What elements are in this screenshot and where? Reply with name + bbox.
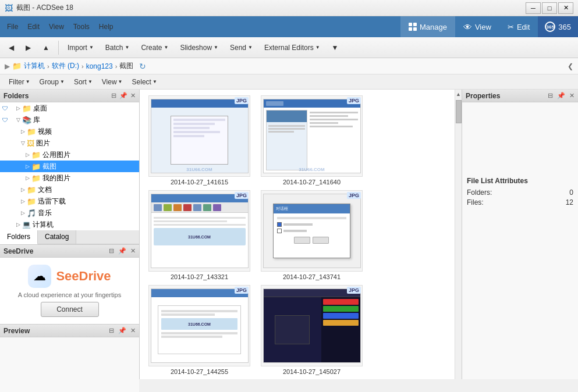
folders-close-icon[interactable]: ✕ xyxy=(130,92,136,99)
slideshow-button[interactable]: Slideshow ▼ xyxy=(175,40,224,55)
scroll-thumb[interactable] xyxy=(456,100,462,123)
batch-button[interactable]: Batch ▼ xyxy=(100,40,135,55)
maximize-button[interactable]: □ xyxy=(542,2,557,14)
folders-header-title: Folders xyxy=(3,92,109,100)
tree-label: 桌面 xyxy=(33,104,47,113)
tree-item-myimages[interactable]: 🛡 ▷ 📁 我的图片 xyxy=(0,172,139,184)
expand-icon[interactable]: ▷ xyxy=(23,163,31,169)
group-button[interactable]: Group ▼ xyxy=(36,76,69,88)
window-title: 截图 - ACDSee 18 xyxy=(16,3,73,13)
import-button[interactable]: Import ▼ xyxy=(62,40,99,55)
tab-catalog[interactable]: Catalog xyxy=(38,230,76,244)
jpg-badge: JPG xyxy=(347,192,361,199)
jpg-badge: JPG xyxy=(235,287,249,294)
breadcrumb-computer[interactable]: 计算机 xyxy=(24,61,45,71)
tree-item-docs[interactable]: 🛡 ▷ 📁 文档 xyxy=(0,184,139,195)
seedrive-title: SeeDrive xyxy=(3,247,107,255)
external-editors-button[interactable]: External Editors ▼ xyxy=(259,40,325,55)
expand-icon[interactable]: ▷ xyxy=(14,222,22,227)
folders-float-icon[interactable]: ⊟ xyxy=(111,92,116,99)
properties-float-icon[interactable]: ⊟ xyxy=(548,92,553,99)
nav-edit-button[interactable]: ✂ Edit xyxy=(499,16,538,37)
preview-close-icon[interactable]: ✕ xyxy=(130,327,136,334)
more-button[interactable]: ▼ xyxy=(327,40,344,55)
expand-icon[interactable]: ▽ xyxy=(19,140,27,146)
tree-item-pictures[interactable]: 🛡 ▽ 🖼 图片 xyxy=(0,137,139,149)
expand-icon[interactable]: ▷ xyxy=(14,105,22,111)
seedrive-pin-icon[interactable]: 📌 xyxy=(118,247,126,255)
select-button[interactable]: Select ▼ xyxy=(128,76,161,88)
thumbnail-item[interactable]: JPG xyxy=(146,190,253,280)
thumbnail-item[interactable]: JPG 对话框 xyxy=(258,190,366,280)
expand-icon[interactable]: ▷ xyxy=(19,129,27,134)
menu-tools[interactable]: Tools xyxy=(69,22,94,32)
thumbnail-image-box[interactable]: JPG xyxy=(148,190,250,272)
properties-pin-icon[interactable]: 📌 xyxy=(557,92,565,99)
folders-pin-icon[interactable]: 📌 xyxy=(119,92,127,99)
menu-view[interactable]: View xyxy=(44,22,69,32)
minimize-button[interactable]: ─ xyxy=(526,2,541,14)
tree-item-library[interactable]: 🛡 ▽ 📚 库 xyxy=(0,114,139,126)
breadcrumb-jietou[interactable]: 截图 xyxy=(119,61,133,71)
breadcrumb-drive[interactable]: 软件 (D:) xyxy=(52,61,79,71)
expand-icon[interactable]: ▷ xyxy=(19,198,27,204)
thumbnail-item[interactable]: JPG xyxy=(258,285,366,375)
menu-file[interactable]: File xyxy=(2,22,23,32)
seedrive-float-icon[interactable]: ⊟ xyxy=(109,247,114,255)
select-arrow-icon: ▼ xyxy=(153,79,157,84)
properties-close-icon[interactable]: ✕ xyxy=(569,92,575,99)
seedrive-close-icon[interactable]: ✕ xyxy=(130,247,136,255)
nav-365-button[interactable]: 365 365 xyxy=(538,16,578,37)
tree-item-public-pics[interactable]: 🛡 ▷ 📁 公用图片 xyxy=(0,149,139,161)
tree-item-computer[interactable]: 🛡 ▷ 💻 计算机 xyxy=(0,219,139,230)
collapse-icon[interactable]: ❮ xyxy=(568,62,573,70)
folders-header-icons: ⊟ 📌 ✕ xyxy=(111,92,136,99)
expand-icon[interactable]: ▷ xyxy=(23,175,31,181)
expand-icon[interactable]: ▷ xyxy=(23,152,31,158)
sort-button[interactable]: Sort ▼ xyxy=(70,76,97,88)
preview-float-icon[interactable]: ⊟ xyxy=(109,327,114,334)
expand-icon[interactable]: ▽ xyxy=(14,117,22,123)
thumbnail-image-box[interactable]: JPG 31U66.COM xyxy=(148,285,250,366)
thumbnail-label: 2014-10-27_145027 xyxy=(283,368,341,375)
thumbnail-item[interactable]: JPG xyxy=(146,95,253,186)
nav-view-button[interactable]: 👁 View xyxy=(455,16,499,37)
send-button[interactable]: Send ▼ xyxy=(225,40,258,55)
nav-forward-button[interactable]: ▶ xyxy=(20,40,36,55)
send-arrow: ▼ xyxy=(248,45,253,50)
tree-item-desktop[interactable]: 🛡 ▷ 📁 桌面 xyxy=(0,102,139,114)
tree-item-thunder[interactable]: 🛡 ▷ 📁 迅雷下载 xyxy=(0,195,139,207)
connect-button[interactable]: Connect xyxy=(41,302,99,317)
expand-icon[interactable]: ▷ xyxy=(19,210,27,216)
view-button[interactable]: View ▼ xyxy=(98,76,127,88)
menu-bar: File Edit View Tools Help xyxy=(2,22,118,32)
create-button[interactable]: Create ▼ xyxy=(136,40,173,55)
create-label: Create xyxy=(141,44,162,52)
tab-folders[interactable]: Folders xyxy=(0,230,38,244)
seedrive-panel-header: SeeDrive ⊟ 📌 ✕ xyxy=(0,245,139,258)
menu-edit[interactable]: Edit xyxy=(23,22,44,32)
thumbnail-image-box[interactable]: JPG xyxy=(261,285,363,366)
tree-item-music[interactable]: 🛡 ▷ 🎵 音乐 xyxy=(0,207,139,219)
tree-item-videos[interactable]: 🛡 ▷ 📁 视频 xyxy=(0,126,139,137)
filter-button[interactable]: Filter ▼ xyxy=(5,76,34,88)
tree-item-jietou[interactable]: 🛡 ▷ 📁 截图 xyxy=(0,161,139,172)
watermark: 31U66.COM xyxy=(151,167,248,172)
preview-pin-icon[interactable]: 📌 xyxy=(118,327,126,334)
scroll-up-arrow[interactable]: ▲ xyxy=(455,90,462,99)
refresh-icon[interactable]: ↻ xyxy=(139,62,146,71)
nav-up-button[interactable]: ▲ xyxy=(37,40,55,55)
thumbnail-image-box[interactable]: JPG 对话框 xyxy=(261,190,363,272)
breadcrumb-kong123[interactable]: kong123 xyxy=(86,62,113,70)
expand-icon[interactable]: ▷ xyxy=(19,187,27,193)
close-button[interactable]: ✕ xyxy=(558,2,573,14)
properties-panel-header: Properties ⊟ 📌 ✕ xyxy=(462,90,578,102)
view-label: View xyxy=(102,78,117,86)
nav-manage-button[interactable]: Manage xyxy=(400,16,455,37)
thumbnail-image-box[interactable]: JPG xyxy=(261,95,363,177)
nav-back-button[interactable]: ◀ xyxy=(3,40,19,55)
thumbnail-item[interactable]: JPG 31U66.COM xyxy=(146,285,253,375)
thumbnail-image-box[interactable]: JPG xyxy=(148,95,250,177)
menu-help[interactable]: Help xyxy=(94,22,118,32)
thumbnail-item[interactable]: JPG xyxy=(258,95,366,186)
